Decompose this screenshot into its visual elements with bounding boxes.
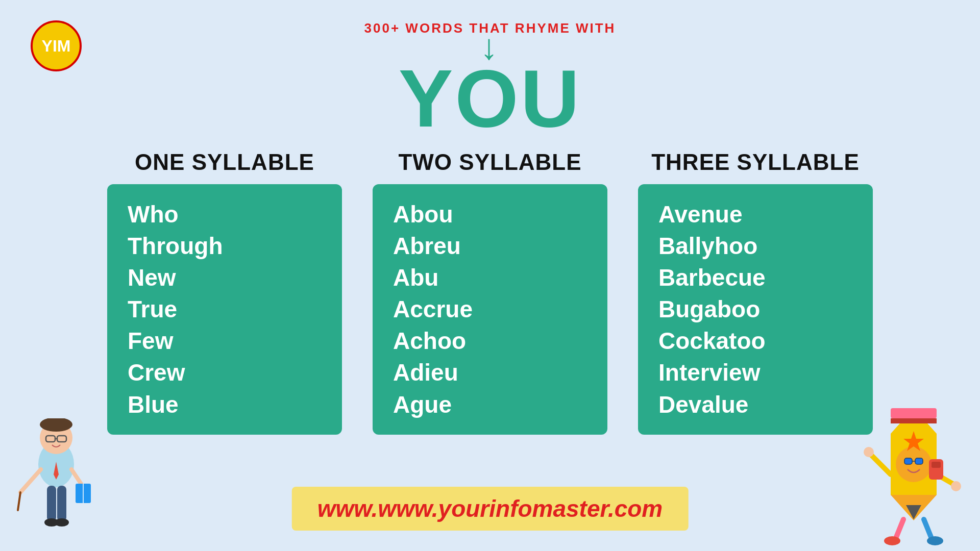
teacher-character xyxy=(15,418,97,541)
svg-line-32 xyxy=(924,519,932,538)
word-item: Through xyxy=(128,230,322,262)
word-item: Few xyxy=(128,325,322,357)
word-item: New xyxy=(128,262,322,293)
svg-rect-19 xyxy=(891,408,937,418)
word-item: Bugaboo xyxy=(658,293,852,325)
word-box-one-syllable: WhoThroughNewTrueFewCrewBlue xyxy=(107,184,342,435)
columns-container: ONE SYLLABLEWhoThroughNewTrueFewCrewBlue… xyxy=(0,149,980,435)
column-two-syllable: TWO SYLLABLEAbouAbreuAbuAccrueAchooAdieu… xyxy=(373,149,607,435)
word-item: Ague xyxy=(393,389,587,420)
word-item: Blue xyxy=(128,389,322,420)
svg-point-29 xyxy=(951,481,961,491)
svg-rect-22 xyxy=(904,458,912,464)
svg-line-11 xyxy=(20,469,41,492)
footer-url: www.www.yourinfomaster.com xyxy=(317,495,663,522)
pencil-character xyxy=(863,403,965,546)
page-header: 300+ WORDS THAT RHYME WITH ↓ YOU xyxy=(0,0,980,139)
svg-point-33 xyxy=(927,536,943,545)
svg-line-26 xyxy=(870,454,891,474)
svg-rect-8 xyxy=(57,486,66,521)
word-item: Abu xyxy=(393,262,587,293)
word-item: Adieu xyxy=(393,357,587,388)
svg-line-13 xyxy=(71,469,82,485)
word-box-three-syllable: AvenueBallyhooBarbecueBugabooCockatooInt… xyxy=(638,184,873,435)
column-one-syllable: ONE SYLLABLEWhoThroughNewTrueFewCrewBlue xyxy=(107,149,342,435)
column-header-two-syllable: TWO SYLLABLE xyxy=(373,149,607,175)
svg-rect-7 xyxy=(47,486,56,521)
word-box-two-syllable: AbouAbreuAbuAccrueAchooAdieuAgue xyxy=(373,184,607,435)
word-item: Achoo xyxy=(393,325,587,357)
svg-point-10 xyxy=(55,518,69,527)
svg-rect-23 xyxy=(915,458,923,464)
word-item: Barbecue xyxy=(658,262,852,293)
word-item: Ballyhoo xyxy=(658,230,852,262)
word-item: Interview xyxy=(658,357,852,388)
word-item: Devalue xyxy=(658,389,852,420)
word-item: Abou xyxy=(393,198,587,230)
svg-line-12 xyxy=(18,492,20,510)
footer-banner: www.www.yourinfomaster.com xyxy=(292,487,689,531)
word-item: Accrue xyxy=(393,293,587,325)
word-item: Cockatoo xyxy=(658,325,852,357)
column-header-three-syllable: THREE SYLLABLE xyxy=(638,149,873,175)
svg-rect-35 xyxy=(932,462,941,468)
column-three-syllable: THREE SYLLABLEAvenueBallyhooBarbecueBuga… xyxy=(638,149,873,435)
column-header-one-syllable: ONE SYLLABLE xyxy=(107,149,342,175)
main-title: ↓ YOU xyxy=(0,36,980,139)
svg-point-21 xyxy=(896,446,932,482)
word-item: Crew xyxy=(128,357,322,388)
word-item: Avenue xyxy=(658,198,852,230)
svg-line-30 xyxy=(896,519,903,538)
svg-rect-20 xyxy=(891,418,937,423)
word-item: True xyxy=(128,293,322,325)
word-item: Who xyxy=(128,198,322,230)
word-item: Abreu xyxy=(393,230,587,262)
svg-point-31 xyxy=(884,536,900,545)
svg-point-27 xyxy=(864,447,874,457)
